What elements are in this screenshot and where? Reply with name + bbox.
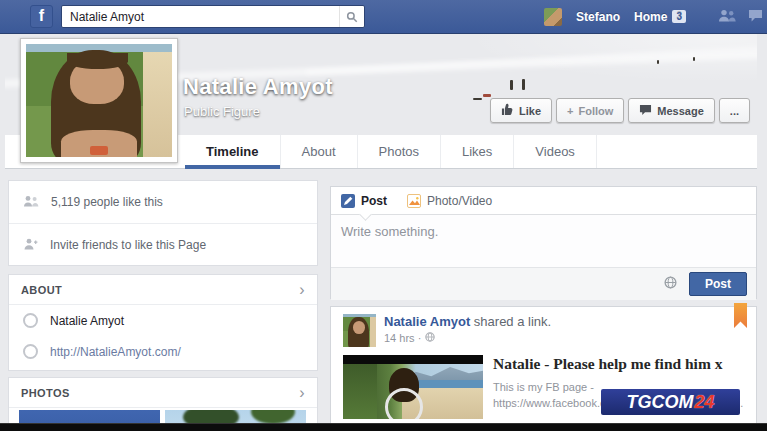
people-group-icon xyxy=(23,195,39,210)
like-button[interactable]: Like xyxy=(490,98,552,123)
search-input[interactable] xyxy=(62,10,339,24)
composer-photo-label: Photo/Video xyxy=(427,194,492,208)
post-author-avatar[interactable] xyxy=(343,314,376,347)
home-label: Home xyxy=(634,10,667,24)
messages-icon[interactable] xyxy=(748,8,763,26)
about-website-row: http://NatalieAmyot.com/ xyxy=(9,336,317,367)
cover-people-figure xyxy=(483,94,491,97)
website-link[interactable]: http://NatalieAmyot.com/ xyxy=(50,345,181,359)
composer-post-label: Post xyxy=(361,194,387,208)
follow-label: Follow xyxy=(579,105,614,117)
post-header-text: Natalie Amyot shared a link. 14 hrs · xyxy=(384,314,551,347)
tgcom24-watermark: TGCOM 24 xyxy=(601,389,740,415)
invite-friends-row[interactable]: Invite friends to like this Page xyxy=(9,223,317,266)
post-action: shared a link. xyxy=(474,314,551,329)
likes-count-text: 5,119 people like this xyxy=(51,195,163,209)
top-navigation-bar: f Stefano Home 3 xyxy=(0,0,767,34)
friend-requests-icon[interactable] xyxy=(718,8,736,26)
notification-badge: 3 xyxy=(672,10,686,23)
cover-people-figure xyxy=(510,80,513,90)
page-category: Public Figure xyxy=(184,104,260,119)
message-button[interactable]: Message xyxy=(628,98,714,123)
about-name-text: Natalie Amyot xyxy=(50,314,124,328)
cover-people-figure xyxy=(522,79,525,90)
privacy-globe-icon xyxy=(425,332,435,344)
about-section-header[interactable]: ABOUT › xyxy=(9,275,317,305)
photos-section-header[interactable]: PHOTOS › xyxy=(9,378,317,408)
follow-button[interactable]: + Follow xyxy=(556,98,624,123)
profile-photo-image xyxy=(26,44,172,157)
topbar-right-cluster: Stefano Home 3 xyxy=(544,8,767,26)
pencil-icon xyxy=(341,194,355,208)
website-circle-icon xyxy=(23,344,38,359)
composer-tabs: Post Photo/Video xyxy=(331,187,756,215)
photo-icon xyxy=(407,194,421,208)
post-author-link[interactable]: Natalie Amyot xyxy=(384,314,470,329)
tab-likes[interactable]: Likes xyxy=(441,135,514,168)
composer-footer: Post xyxy=(331,267,756,300)
home-link[interactable]: Home 3 xyxy=(634,10,686,24)
tab-videos[interactable]: Videos xyxy=(514,135,597,168)
topbar-icons xyxy=(718,8,763,26)
tab-timeline[interactable]: Timeline xyxy=(185,135,281,168)
post-header: Natalie Amyot shared a link. 14 hrs · xyxy=(331,307,756,351)
speech-bubble-icon xyxy=(639,104,652,118)
link-video-thumbnail[interactable] xyxy=(343,355,483,419)
composer-tab-photo-video[interactable]: Photo/Video xyxy=(407,187,492,214)
watermark-main: TGCOM xyxy=(626,392,693,413)
privacy-globe-icon[interactable] xyxy=(664,275,677,293)
letterbox-bar xyxy=(0,423,767,431)
facebook-page-screenshot: f Stefano Home 3 xyxy=(0,0,767,431)
chevron-right-icon: › xyxy=(299,385,305,401)
more-options-button[interactable]: ... xyxy=(719,98,750,123)
post-timestamp: 14 hrs · xyxy=(384,332,421,344)
photos-title: PHOTOS xyxy=(21,387,70,399)
invite-text: Invite friends to like this Page xyxy=(50,238,206,252)
profile-link[interactable]: Stefano xyxy=(576,10,620,24)
like-label: Like xyxy=(519,105,541,117)
thumb-up-icon xyxy=(501,103,514,118)
profile-picture[interactable] xyxy=(20,38,178,163)
cover-people-figure xyxy=(473,98,482,100)
post-submit-button[interactable]: Post xyxy=(689,272,747,296)
user-avatar[interactable] xyxy=(544,8,562,26)
link-title[interactable]: Natalie - Please help me find him x xyxy=(493,355,744,374)
composer-input[interactable]: Write something. xyxy=(331,215,756,267)
about-name-row: Natalie Amyot xyxy=(9,305,317,336)
cover-people-figure xyxy=(657,60,659,64)
water-highlight xyxy=(419,34,757,90)
message-label: Message xyxy=(657,105,703,117)
tab-photos[interactable]: Photos xyxy=(358,135,441,168)
search-box xyxy=(61,5,365,28)
page-action-buttons: Like + Follow Message ... xyxy=(490,98,750,123)
page-title: Natalie Amyot xyxy=(183,74,333,100)
about-card: ABOUT › Natalie Amyot http://NatalieAmyo… xyxy=(8,274,318,371)
search-icon[interactable] xyxy=(339,6,364,27)
people-like-this-row[interactable]: 5,119 people like this xyxy=(9,181,317,223)
post-composer: Post Photo/Video Write something. xyxy=(330,186,757,299)
page-likes-card: 5,119 people like this Invite friends to… xyxy=(8,180,318,266)
add-person-icon xyxy=(23,238,38,253)
about-title: ABOUT xyxy=(21,284,62,296)
ellipsis-icon: ... xyxy=(730,105,739,117)
plus-icon: + xyxy=(567,105,573,117)
detail-circle-icon xyxy=(23,313,38,328)
cover-people-figure xyxy=(693,57,695,61)
tab-about[interactable]: About xyxy=(281,135,358,168)
watermark-number: 24 xyxy=(694,392,714,413)
facebook-logo-icon[interactable]: f xyxy=(30,5,53,28)
chevron-right-icon: › xyxy=(299,282,305,298)
